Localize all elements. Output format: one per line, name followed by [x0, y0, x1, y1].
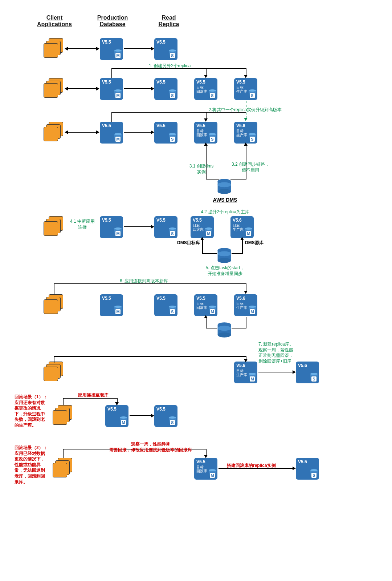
- db-prod-r1: V5.5M: [100, 38, 123, 60]
- step6-label: 6. 应用连接到高版本新库: [120, 278, 168, 284]
- step31-label: 3.1 创建dms 实例: [185, 164, 218, 175]
- dms-source-label: DMS源库: [245, 240, 264, 246]
- svg-point-6: [218, 258, 231, 263]
- client-app-icon: [44, 78, 65, 99]
- db-prod-r4: V5.5M: [100, 216, 123, 238]
- db-rollback-r3: V5.5目标 回滚库S: [194, 122, 217, 144]
- db-rollback-replica-rb2: V5.5S: [296, 458, 319, 480]
- client-app-icon: [44, 122, 65, 143]
- step42-label: 4.2 提升2个replica为主库: [194, 209, 256, 215]
- diagram-canvas: Client Applications Production Database …: [7, 7, 385, 574]
- svg-point-11: [218, 326, 231, 331]
- rollback1-title: 回滚场景（1）： 应用还未有对数 据更改的情况 下，升级过程中 失败，回滚到老 …: [15, 394, 51, 428]
- db-targetprod-r5: V5.6目标 生产库M: [234, 294, 257, 316]
- rollback2-arrow: 观察一周，性能异常 需要回滚，修改应用连接到低版本的回滚库: [100, 441, 201, 453]
- db-rollback-r2: V5.5目标 回滚库S: [194, 78, 217, 100]
- db-targetprod-r6: V5.6目标 生产库M: [234, 362, 257, 383]
- client-app-icon: [44, 362, 65, 383]
- db-rollback-r5: V5.5目标 回滚库M: [194, 294, 217, 316]
- dms-icon: [216, 178, 233, 195]
- dms-icon: [216, 322, 233, 338]
- svg-point-7: [218, 251, 231, 257]
- client-app-icon: [44, 38, 65, 59]
- svg-point-3: [218, 182, 231, 187]
- db-replica-r1: V5.5S: [154, 38, 177, 60]
- db-targetprod-r2: V5.5目标 生产库S: [234, 78, 257, 100]
- rollback1-arrow: 应用连接至老库: [78, 392, 109, 398]
- svg-point-10: [218, 332, 231, 338]
- db-prod-rb1: V5.5M: [105, 405, 128, 427]
- db-new-replica-r6: V5.6S: [296, 362, 319, 383]
- db-replica-r2: V5.5S: [154, 78, 177, 100]
- rollback2-replica-arrow: 搭建回滚库的replica实例: [227, 463, 276, 469]
- db-replica-r3: V5.5S: [154, 122, 177, 144]
- header-client: Client Applications: [34, 15, 74, 28]
- dms-icon: [216, 247, 233, 264]
- step1-label: 1. 创建另外2个replica: [149, 63, 191, 69]
- step41-label: 4.1 中断应用 连接: [66, 219, 99, 230]
- header-prod: Production Database: [93, 15, 132, 28]
- step7-label: 7. 新建replica库。 观察一周，若性能 正常则无需回滚， 删除回滚库+旧…: [258, 342, 306, 364]
- db-rollback-rb2: V5.5目标 回滚库M: [194, 458, 217, 480]
- step5-label: 5. 点击task的start， 开始准备增量同步: [196, 265, 254, 277]
- db-targetprod-r4: V5.6目标 生产库M: [230, 216, 254, 238]
- db-replica-rb1: V5.5S: [154, 405, 177, 427]
- client-app-icon: [53, 458, 74, 479]
- client-app-icon: [44, 294, 65, 315]
- svg-point-2: [218, 189, 231, 194]
- db-prod-r2: V5.5M: [100, 78, 123, 100]
- step32-label: 3.2 创建同步链路， 但不启用: [229, 162, 272, 173]
- db-prod-r5: V5.5M: [100, 294, 123, 316]
- dms-target-label: DMS目标库: [177, 240, 200, 246]
- db-rollback-r4: V5.5目标 回滚库M: [191, 216, 214, 238]
- dms-label: AWS DMS: [209, 197, 241, 203]
- db-prod-r3: V5.5M: [100, 122, 123, 144]
- db-replica-r5: V5.5S: [154, 294, 177, 316]
- db-replica-r4: V5.5S: [154, 216, 177, 238]
- rollback2-title: 回滚场景（2）： 应用已经对数据 更改的情况下， 性能或功能异 常，无法回退到 …: [15, 445, 51, 485]
- client-app-icon: [53, 405, 74, 426]
- header-replica: Read Replica: [149, 15, 189, 28]
- db-targetprod-r3: V5.6目标 生产库S: [234, 122, 257, 144]
- client-app-icon: [44, 216, 65, 237]
